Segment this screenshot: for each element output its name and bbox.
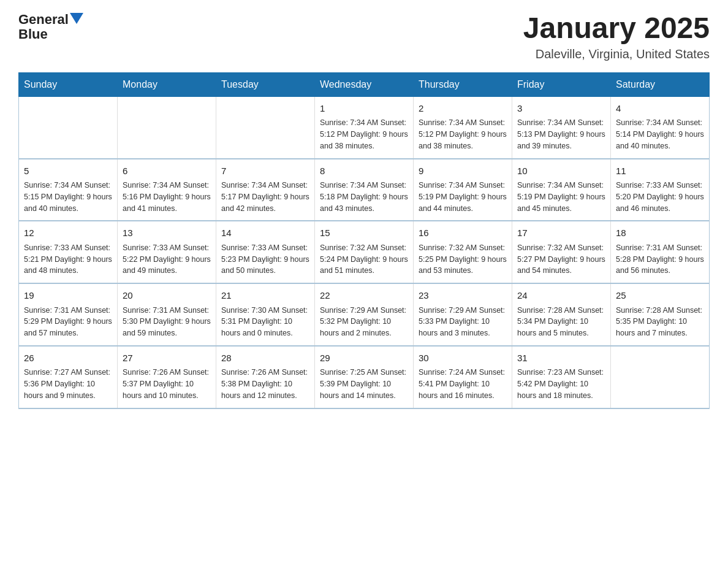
- day-cell: 5Sunrise: 7:34 AM Sunset: 5:15 PM Daylig…: [19, 159, 118, 221]
- day-number: 7: [221, 164, 309, 178]
- day-number: 14: [221, 226, 309, 240]
- day-cell: 20Sunrise: 7:31 AM Sunset: 5:30 PM Dayli…: [118, 283, 216, 346]
- day-cell: 9Sunrise: 7:34 AM Sunset: 5:19 PM Daylig…: [414, 159, 512, 221]
- day-info: Sunrise: 7:28 AM Sunset: 5:34 PM Dayligh…: [517, 305, 605, 339]
- day-number: 31: [517, 351, 605, 366]
- day-cell: 17Sunrise: 7:32 AM Sunset: 5:27 PM Dayli…: [512, 221, 611, 283]
- day-cell: 21Sunrise: 7:30 AM Sunset: 5:31 PM Dayli…: [216, 283, 315, 346]
- day-info: Sunrise: 7:23 AM Sunset: 5:42 PM Dayligh…: [517, 367, 605, 401]
- day-cell: [118, 96, 216, 158]
- day-cell: 8Sunrise: 7:34 AM Sunset: 5:18 PM Daylig…: [315, 159, 414, 221]
- day-info: Sunrise: 7:34 AM Sunset: 5:19 PM Dayligh…: [517, 180, 605, 214]
- day-cell: [19, 96, 118, 158]
- title-section: January 2025 Daleville, Virginia, United…: [523, 12, 710, 61]
- day-number: 22: [320, 289, 408, 303]
- day-cell: 23Sunrise: 7:29 AM Sunset: 5:33 PM Dayli…: [414, 283, 512, 346]
- day-info: Sunrise: 7:33 AM Sunset: 5:21 PM Dayligh…: [24, 242, 112, 277]
- calendar-table: SundayMondayTuesdayWednesdayThursdayFrid…: [18, 72, 710, 409]
- day-info: Sunrise: 7:29 AM Sunset: 5:33 PM Dayligh…: [419, 305, 507, 339]
- day-cell: 2Sunrise: 7:34 AM Sunset: 5:12 PM Daylig…: [414, 96, 512, 158]
- column-header-tuesday: Tuesday: [216, 72, 315, 96]
- day-info: Sunrise: 7:25 AM Sunset: 5:39 PM Dayligh…: [320, 367, 408, 401]
- column-header-monday: Monday: [118, 72, 216, 96]
- column-header-wednesday: Wednesday: [315, 72, 414, 96]
- day-info: Sunrise: 7:32 AM Sunset: 5:27 PM Dayligh…: [517, 242, 605, 277]
- day-info: Sunrise: 7:33 AM Sunset: 5:22 PM Dayligh…: [123, 242, 211, 277]
- logo-general: General: [18, 12, 69, 27]
- day-info: Sunrise: 7:34 AM Sunset: 5:12 PM Dayligh…: [320, 117, 408, 151]
- column-header-sunday: Sunday: [19, 72, 118, 96]
- day-info: Sunrise: 7:34 AM Sunset: 5:12 PM Dayligh…: [419, 117, 507, 151]
- day-info: Sunrise: 7:32 AM Sunset: 5:24 PM Dayligh…: [320, 242, 408, 277]
- day-number: 9: [419, 164, 507, 178]
- day-info: Sunrise: 7:33 AM Sunset: 5:23 PM Dayligh…: [221, 242, 309, 277]
- day-info: Sunrise: 7:31 AM Sunset: 5:29 PM Dayligh…: [24, 305, 112, 339]
- day-number: 11: [616, 164, 704, 178]
- header-row: SundayMondayTuesdayWednesdayThursdayFrid…: [19, 72, 710, 96]
- day-cell: 10Sunrise: 7:34 AM Sunset: 5:19 PM Dayli…: [512, 159, 611, 221]
- day-cell: 24Sunrise: 7:28 AM Sunset: 5:34 PM Dayli…: [512, 283, 611, 346]
- day-cell: 31Sunrise: 7:23 AM Sunset: 5:42 PM Dayli…: [512, 346, 611, 408]
- day-cell: 3Sunrise: 7:34 AM Sunset: 5:13 PM Daylig…: [512, 96, 611, 158]
- day-number: 2: [419, 102, 507, 116]
- day-cell: 30Sunrise: 7:24 AM Sunset: 5:41 PM Dayli…: [414, 346, 512, 408]
- day-cell: 25Sunrise: 7:28 AM Sunset: 5:35 PM Dayli…: [611, 283, 710, 346]
- day-cell: 14Sunrise: 7:33 AM Sunset: 5:23 PM Dayli…: [216, 221, 315, 283]
- day-info: Sunrise: 7:34 AM Sunset: 5:19 PM Dayligh…: [419, 180, 507, 214]
- day-number: 25: [616, 289, 704, 303]
- day-number: 6: [123, 164, 211, 178]
- week-row-2: 5Sunrise: 7:34 AM Sunset: 5:15 PM Daylig…: [19, 159, 710, 221]
- day-number: 18: [616, 226, 704, 240]
- logo-blue: Blue: [18, 27, 48, 42]
- day-info: Sunrise: 7:34 AM Sunset: 5:14 PM Dayligh…: [616, 117, 704, 151]
- page-header: General Blue January 2025 Daleville, Vir…: [18, 12, 710, 61]
- day-cell: 11Sunrise: 7:33 AM Sunset: 5:20 PM Dayli…: [611, 159, 710, 221]
- day-number: 29: [320, 351, 408, 366]
- day-number: 17: [517, 226, 605, 240]
- day-number: 30: [419, 351, 507, 366]
- day-cell: 22Sunrise: 7:29 AM Sunset: 5:32 PM Dayli…: [315, 283, 414, 346]
- day-info: Sunrise: 7:34 AM Sunset: 5:13 PM Dayligh…: [517, 117, 605, 151]
- day-info: Sunrise: 7:31 AM Sunset: 5:30 PM Dayligh…: [123, 305, 211, 339]
- day-number: 8: [320, 164, 408, 178]
- day-cell: 6Sunrise: 7:34 AM Sunset: 5:16 PM Daylig…: [118, 159, 216, 221]
- day-cell: 12Sunrise: 7:33 AM Sunset: 5:21 PM Dayli…: [19, 221, 118, 283]
- day-cell: 7Sunrise: 7:34 AM Sunset: 5:17 PM Daylig…: [216, 159, 315, 221]
- day-info: Sunrise: 7:26 AM Sunset: 5:38 PM Dayligh…: [221, 367, 309, 401]
- day-cell: 13Sunrise: 7:33 AM Sunset: 5:22 PM Dayli…: [118, 221, 216, 283]
- day-number: 26: [24, 351, 112, 366]
- day-cell: 27Sunrise: 7:26 AM Sunset: 5:37 PM Dayli…: [118, 346, 216, 408]
- day-info: Sunrise: 7:32 AM Sunset: 5:25 PM Dayligh…: [419, 242, 507, 277]
- day-number: 16: [419, 226, 507, 240]
- day-number: 15: [320, 226, 408, 240]
- day-number: 10: [517, 164, 605, 178]
- day-cell: 15Sunrise: 7:32 AM Sunset: 5:24 PM Dayli…: [315, 221, 414, 283]
- logo: General Blue: [18, 12, 83, 42]
- day-number: 12: [24, 226, 112, 240]
- day-number: 24: [517, 289, 605, 303]
- day-number: 28: [221, 351, 309, 366]
- day-info: Sunrise: 7:28 AM Sunset: 5:35 PM Dayligh…: [616, 305, 704, 339]
- logo-triangle-icon: [70, 13, 83, 24]
- day-info: Sunrise: 7:34 AM Sunset: 5:17 PM Dayligh…: [221, 180, 309, 214]
- week-row-5: 26Sunrise: 7:27 AM Sunset: 5:36 PM Dayli…: [19, 346, 710, 408]
- day-info: Sunrise: 7:31 AM Sunset: 5:28 PM Dayligh…: [616, 242, 704, 277]
- day-number: 21: [221, 289, 309, 303]
- day-info: Sunrise: 7:34 AM Sunset: 5:16 PM Dayligh…: [123, 180, 211, 214]
- day-info: Sunrise: 7:33 AM Sunset: 5:20 PM Dayligh…: [616, 180, 704, 214]
- day-number: 4: [616, 102, 704, 116]
- week-row-4: 19Sunrise: 7:31 AM Sunset: 5:29 PM Dayli…: [19, 283, 710, 346]
- day-cell: 16Sunrise: 7:32 AM Sunset: 5:25 PM Dayli…: [414, 221, 512, 283]
- day-number: 1: [320, 102, 408, 116]
- day-cell: [611, 346, 710, 408]
- day-cell: 4Sunrise: 7:34 AM Sunset: 5:14 PM Daylig…: [611, 96, 710, 158]
- day-number: 20: [123, 289, 211, 303]
- day-number: 27: [123, 351, 211, 366]
- column-header-thursday: Thursday: [414, 72, 512, 96]
- day-info: Sunrise: 7:27 AM Sunset: 5:36 PM Dayligh…: [24, 367, 112, 401]
- day-cell: 18Sunrise: 7:31 AM Sunset: 5:28 PM Dayli…: [611, 221, 710, 283]
- day-info: Sunrise: 7:29 AM Sunset: 5:32 PM Dayligh…: [320, 305, 408, 339]
- calendar-title: January 2025: [523, 12, 710, 45]
- week-row-1: 1Sunrise: 7:34 AM Sunset: 5:12 PM Daylig…: [19, 96, 710, 158]
- day-info: Sunrise: 7:24 AM Sunset: 5:41 PM Dayligh…: [419, 367, 507, 401]
